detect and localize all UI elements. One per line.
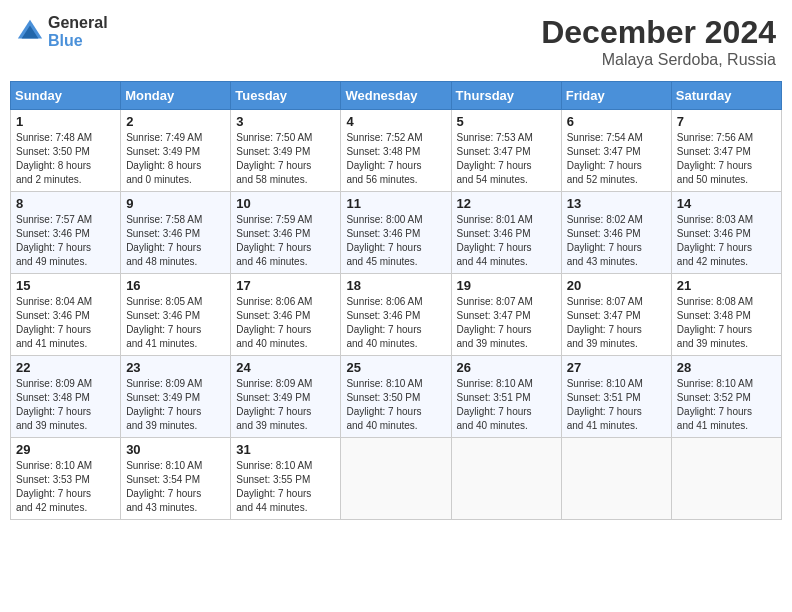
calendar-cell: 1Sunrise: 7:48 AM Sunset: 3:50 PM Daylig… [11, 110, 121, 192]
location-title: Malaya Serdoba, Russia [541, 51, 776, 69]
day-number: 27 [567, 360, 666, 375]
logo-icon [16, 18, 44, 46]
day-info: Sunrise: 7:58 AM Sunset: 3:46 PM Dayligh… [126, 213, 225, 269]
calendar-cell: 22Sunrise: 8:09 AM Sunset: 3:48 PM Dayli… [11, 356, 121, 438]
calendar-cell: 5Sunrise: 7:53 AM Sunset: 3:47 PM Daylig… [451, 110, 561, 192]
calendar-cell: 2Sunrise: 7:49 AM Sunset: 3:49 PM Daylig… [121, 110, 231, 192]
calendar-cell: 26Sunrise: 8:10 AM Sunset: 3:51 PM Dayli… [451, 356, 561, 438]
day-info: Sunrise: 8:10 AM Sunset: 3:52 PM Dayligh… [677, 377, 776, 433]
day-info: Sunrise: 7:59 AM Sunset: 3:46 PM Dayligh… [236, 213, 335, 269]
day-info: Sunrise: 8:02 AM Sunset: 3:46 PM Dayligh… [567, 213, 666, 269]
calendar-cell: 30Sunrise: 8:10 AM Sunset: 3:54 PM Dayli… [121, 438, 231, 520]
day-number: 26 [457, 360, 556, 375]
day-info: Sunrise: 8:01 AM Sunset: 3:46 PM Dayligh… [457, 213, 556, 269]
day-number: 30 [126, 442, 225, 457]
calendar-header-saturday: Saturday [671, 82, 781, 110]
calendar-header-monday: Monday [121, 82, 231, 110]
day-info: Sunrise: 8:05 AM Sunset: 3:46 PM Dayligh… [126, 295, 225, 351]
day-number: 12 [457, 196, 556, 211]
day-info: Sunrise: 8:10 AM Sunset: 3:53 PM Dayligh… [16, 459, 115, 515]
calendar-cell: 19Sunrise: 8:07 AM Sunset: 3:47 PM Dayli… [451, 274, 561, 356]
day-number: 13 [567, 196, 666, 211]
calendar-header-thursday: Thursday [451, 82, 561, 110]
day-number: 21 [677, 278, 776, 293]
day-info: Sunrise: 7:54 AM Sunset: 3:47 PM Dayligh… [567, 131, 666, 187]
calendar-table: SundayMondayTuesdayWednesdayThursdayFrid… [10, 81, 782, 520]
day-info: Sunrise: 7:56 AM Sunset: 3:47 PM Dayligh… [677, 131, 776, 187]
calendar-cell: 17Sunrise: 8:06 AM Sunset: 3:46 PM Dayli… [231, 274, 341, 356]
day-number: 7 [677, 114, 776, 129]
day-info: Sunrise: 8:07 AM Sunset: 3:47 PM Dayligh… [567, 295, 666, 351]
logo-text: General Blue [48, 14, 108, 49]
calendar-week-2: 8Sunrise: 7:57 AM Sunset: 3:46 PM Daylig… [11, 192, 782, 274]
day-number: 4 [346, 114, 445, 129]
day-info: Sunrise: 8:09 AM Sunset: 3:48 PM Dayligh… [16, 377, 115, 433]
day-number: 22 [16, 360, 115, 375]
day-info: Sunrise: 7:52 AM Sunset: 3:48 PM Dayligh… [346, 131, 445, 187]
day-number: 11 [346, 196, 445, 211]
day-number: 10 [236, 196, 335, 211]
calendar-cell: 21Sunrise: 8:08 AM Sunset: 3:48 PM Dayli… [671, 274, 781, 356]
calendar-cell: 28Sunrise: 8:10 AM Sunset: 3:52 PM Dayli… [671, 356, 781, 438]
day-number: 15 [16, 278, 115, 293]
day-number: 6 [567, 114, 666, 129]
logo-blue-text: Blue [48, 32, 108, 50]
day-info: Sunrise: 8:00 AM Sunset: 3:46 PM Dayligh… [346, 213, 445, 269]
calendar-cell: 27Sunrise: 8:10 AM Sunset: 3:51 PM Dayli… [561, 356, 671, 438]
calendar-header-wednesday: Wednesday [341, 82, 451, 110]
calendar-cell: 6Sunrise: 7:54 AM Sunset: 3:47 PM Daylig… [561, 110, 671, 192]
day-number: 25 [346, 360, 445, 375]
calendar-cell [451, 438, 561, 520]
calendar-cell: 10Sunrise: 7:59 AM Sunset: 3:46 PM Dayli… [231, 192, 341, 274]
day-number: 2 [126, 114, 225, 129]
logo: General Blue [16, 14, 108, 49]
day-number: 1 [16, 114, 115, 129]
day-info: Sunrise: 7:48 AM Sunset: 3:50 PM Dayligh… [16, 131, 115, 187]
day-number: 9 [126, 196, 225, 211]
day-number: 23 [126, 360, 225, 375]
day-number: 31 [236, 442, 335, 457]
day-info: Sunrise: 8:09 AM Sunset: 3:49 PM Dayligh… [236, 377, 335, 433]
day-number: 20 [567, 278, 666, 293]
month-title: December 2024 [541, 14, 776, 51]
day-number: 17 [236, 278, 335, 293]
day-info: Sunrise: 8:07 AM Sunset: 3:47 PM Dayligh… [457, 295, 556, 351]
day-info: Sunrise: 8:09 AM Sunset: 3:49 PM Dayligh… [126, 377, 225, 433]
day-info: Sunrise: 7:50 AM Sunset: 3:49 PM Dayligh… [236, 131, 335, 187]
calendar-cell: 29Sunrise: 8:10 AM Sunset: 3:53 PM Dayli… [11, 438, 121, 520]
calendar-cell [341, 438, 451, 520]
title-area: December 2024 Malaya Serdoba, Russia [541, 14, 776, 69]
day-info: Sunrise: 7:49 AM Sunset: 3:49 PM Dayligh… [126, 131, 225, 187]
day-number: 14 [677, 196, 776, 211]
calendar-cell: 7Sunrise: 7:56 AM Sunset: 3:47 PM Daylig… [671, 110, 781, 192]
day-info: Sunrise: 8:06 AM Sunset: 3:46 PM Dayligh… [236, 295, 335, 351]
calendar-cell: 23Sunrise: 8:09 AM Sunset: 3:49 PM Dayli… [121, 356, 231, 438]
calendar-cell: 12Sunrise: 8:01 AM Sunset: 3:46 PM Dayli… [451, 192, 561, 274]
day-info: Sunrise: 8:06 AM Sunset: 3:46 PM Dayligh… [346, 295, 445, 351]
calendar-cell: 24Sunrise: 8:09 AM Sunset: 3:49 PM Dayli… [231, 356, 341, 438]
day-number: 19 [457, 278, 556, 293]
calendar-cell: 20Sunrise: 8:07 AM Sunset: 3:47 PM Dayli… [561, 274, 671, 356]
calendar-header-sunday: Sunday [11, 82, 121, 110]
calendar-cell [671, 438, 781, 520]
calendar-cell: 9Sunrise: 7:58 AM Sunset: 3:46 PM Daylig… [121, 192, 231, 274]
day-number: 16 [126, 278, 225, 293]
day-info: Sunrise: 8:03 AM Sunset: 3:46 PM Dayligh… [677, 213, 776, 269]
day-number: 18 [346, 278, 445, 293]
day-info: Sunrise: 7:53 AM Sunset: 3:47 PM Dayligh… [457, 131, 556, 187]
calendar-cell: 16Sunrise: 8:05 AM Sunset: 3:46 PM Dayli… [121, 274, 231, 356]
day-info: Sunrise: 8:10 AM Sunset: 3:51 PM Dayligh… [457, 377, 556, 433]
calendar-cell: 15Sunrise: 8:04 AM Sunset: 3:46 PM Dayli… [11, 274, 121, 356]
calendar-week-5: 29Sunrise: 8:10 AM Sunset: 3:53 PM Dayli… [11, 438, 782, 520]
calendar-cell: 31Sunrise: 8:10 AM Sunset: 3:55 PM Dayli… [231, 438, 341, 520]
calendar-header-friday: Friday [561, 82, 671, 110]
day-info: Sunrise: 8:10 AM Sunset: 3:54 PM Dayligh… [126, 459, 225, 515]
logo-general-text: General [48, 14, 108, 32]
day-info: Sunrise: 8:10 AM Sunset: 3:55 PM Dayligh… [236, 459, 335, 515]
calendar-cell: 11Sunrise: 8:00 AM Sunset: 3:46 PM Dayli… [341, 192, 451, 274]
calendar-cell: 14Sunrise: 8:03 AM Sunset: 3:46 PM Dayli… [671, 192, 781, 274]
calendar-cell [561, 438, 671, 520]
page-header: General Blue December 2024 Malaya Serdob… [10, 10, 782, 73]
day-number: 5 [457, 114, 556, 129]
calendar-cell: 18Sunrise: 8:06 AM Sunset: 3:46 PM Dayli… [341, 274, 451, 356]
